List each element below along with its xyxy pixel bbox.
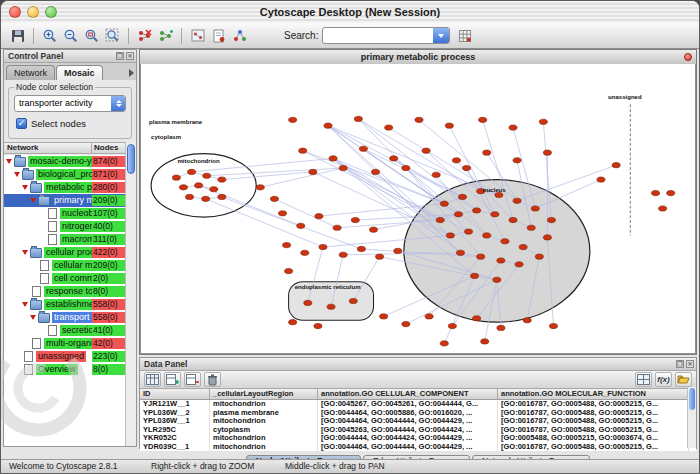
network-view-titlebar[interactable]: primary metabolic process [140, 50, 696, 65]
network-node[interactable] [319, 244, 327, 249]
network-edge[interactable] [206, 199, 323, 247]
network-node[interactable] [371, 169, 379, 174]
create-network-view-button[interactable] [155, 25, 176, 46]
network-edge[interactable] [333, 158, 444, 203]
search-dropdown-button[interactable] [433, 28, 449, 43]
network-node[interactable] [172, 175, 180, 180]
search-input[interactable] [322, 27, 450, 44]
network-node[interactable] [667, 190, 675, 195]
table-cell[interactable]: YKR052C [140, 434, 210, 443]
view-close-icon[interactable] [684, 53, 692, 61]
network-node[interactable] [513, 198, 521, 203]
network-node[interactable] [402, 165, 410, 170]
tree-column-network[interactable]: Network [4, 143, 91, 153]
network-node[interactable] [309, 169, 317, 174]
network-node[interactable] [547, 217, 555, 222]
delete-attribute-button[interactable] [184, 372, 201, 387]
network-node[interactable] [465, 229, 473, 234]
network-node[interactable] [440, 341, 448, 346]
network-node[interactable] [354, 116, 362, 121]
network-node[interactable] [394, 248, 402, 253]
network-node[interactable] [432, 172, 440, 177]
network-node[interactable] [297, 223, 305, 228]
tree-row[interactable]: macromolecule...311(0) [4, 233, 125, 246]
table-scrollbar-thumb[interactable] [689, 388, 695, 410]
network-node[interactable] [425, 314, 433, 319]
float-panel-icon[interactable]: ❐ [116, 52, 124, 60]
network-node[interactable] [440, 201, 448, 206]
tree-row[interactable]: mosaic-demo-yeast874(0) [4, 155, 125, 168]
expand-triangle-icon[interactable] [22, 185, 28, 190]
network-edge[interactable] [222, 197, 362, 249]
table-cell[interactable]: mitochondrion [210, 417, 318, 426]
network-edge[interactable] [328, 126, 499, 195]
network-node[interactable] [256, 185, 264, 190]
network-node[interactable] [452, 158, 460, 163]
network-node[interactable] [283, 243, 291, 248]
table-cell[interactable]: [GO:0045267, GO:0045261, GO:0044444, G..… [318, 400, 498, 409]
network-node[interactable] [436, 217, 444, 222]
zoom-out-button[interactable] [60, 25, 81, 46]
expand-triangle-icon[interactable] [30, 198, 36, 203]
tree-scrollbar-thumb[interactable] [127, 144, 135, 174]
tree-row[interactable]: metabolic process280(0) [4, 181, 125, 194]
network-node[interactable] [495, 192, 503, 197]
table-cell[interactable]: YLR295C [140, 426, 210, 435]
tab-mosaic[interactable]: Mosaic [56, 65, 103, 80]
network-node[interactable] [513, 158, 521, 163]
network-node[interactable] [448, 323, 456, 328]
table-cell[interactable]: mitochondrion [210, 400, 318, 409]
network-node[interactable] [333, 225, 341, 230]
network-node[interactable] [543, 150, 551, 155]
select-attributes-button[interactable] [144, 372, 161, 387]
network-node[interactable] [597, 177, 605, 182]
network-node[interactable] [446, 233, 454, 238]
network-node[interactable] [351, 217, 359, 222]
network-node[interactable] [479, 117, 487, 122]
network-node[interactable] [289, 320, 297, 325]
float-panel-icon[interactable]: ❐ [676, 360, 684, 368]
network-node[interactable] [314, 323, 322, 328]
expand-triangle-icon[interactable] [22, 250, 28, 255]
network-node[interactable] [456, 250, 464, 255]
more-tabs-arrow-icon[interactable] [129, 69, 134, 77]
table-cell[interactable]: [GO:0005488, GO:0005215, GO:0003674, G..… [498, 434, 689, 443]
tree-row[interactable]: response to stimu...8(0) [4, 285, 125, 298]
network-node[interactable] [473, 316, 481, 321]
table-cell[interactable]: mitochondrion [210, 434, 318, 443]
network-node[interactable] [385, 125, 393, 130]
table-row[interactable]: YPL036W__1mitochondrion[GO:0044464, GO:0… [140, 417, 696, 426]
network-node[interactable] [195, 183, 203, 188]
network-node[interactable] [188, 169, 196, 174]
network-node[interactable] [285, 269, 293, 274]
ontology-button[interactable] [229, 25, 250, 46]
network-node[interactable] [315, 214, 323, 219]
network-node[interactable] [523, 318, 531, 323]
network-node[interactable] [359, 146, 367, 151]
network-node[interactable] [329, 156, 337, 161]
table-cell[interactable]: [GO:0016787, GO:0005488, GO:0005215, G..… [498, 426, 689, 435]
network-edge[interactable] [517, 165, 616, 201]
create-attribute-button[interactable] [164, 372, 181, 387]
network-node[interactable] [203, 173, 211, 178]
network-node[interactable] [380, 314, 388, 319]
network-node[interactable] [339, 165, 347, 170]
network-node[interactable] [659, 206, 667, 211]
table-cell[interactable]: [GO:0016787, GO:0005488, GO:0005215, G..… [498, 417, 689, 426]
network-node[interactable] [509, 217, 517, 222]
network-node[interactable] [454, 212, 462, 217]
tree-row[interactable]: nitrogen compo...40(0) [4, 220, 125, 233]
search-text-field[interactable] [325, 28, 433, 45]
tree-row[interactable]: primary metab...209(0) [4, 194, 125, 207]
network-node[interactable] [210, 187, 218, 192]
network-node[interactable] [527, 225, 535, 230]
network-node[interactable] [415, 117, 423, 122]
table-row[interactable]: YKR052Cmitochondrion[GO:0044444, GO:0044… [140, 434, 696, 443]
close-panel-icon[interactable]: ✕ [126, 52, 134, 60]
table-cell[interactable]: YPL036W__2 [140, 409, 210, 418]
select-nodes-checkbox[interactable] [16, 118, 27, 129]
dropdown-arrows-icon[interactable] [111, 95, 126, 112]
network-node[interactable] [289, 117, 297, 122]
zoom-in-button[interactable] [39, 25, 60, 46]
network-node[interactable] [473, 208, 481, 213]
